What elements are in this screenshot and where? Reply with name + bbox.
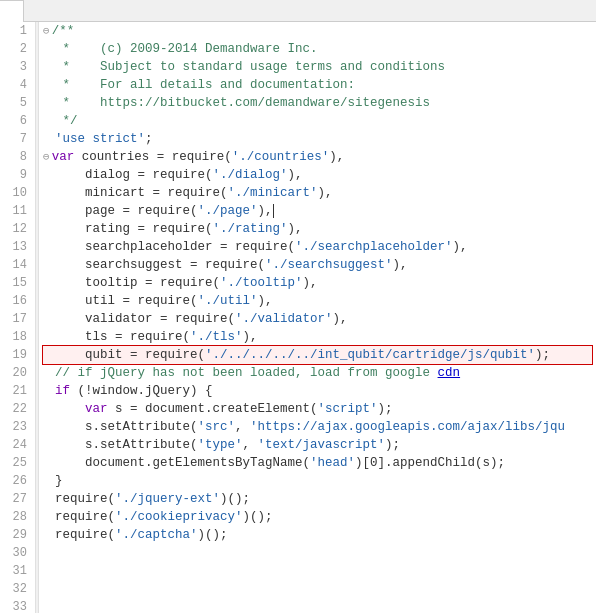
token-cdnlink: cdn (438, 364, 461, 382)
token-plain: validator = require( (55, 310, 235, 328)
line-number: 21 (4, 382, 27, 400)
line-number: 3 (4, 58, 27, 76)
token-plain: countries = require( (74, 148, 232, 166)
token-plain: rating = require( (55, 220, 213, 238)
token-comment: // if jQuery has not been loaded, load f… (55, 364, 438, 382)
token-plain: )(); (220, 490, 250, 508)
token-plain: searchsuggest = require( (55, 256, 265, 274)
line-number: 18 (4, 328, 27, 346)
token-plain: ), (393, 256, 408, 274)
line-number: 23 (4, 418, 27, 436)
token-plain: (!window.jQuery) { (70, 382, 213, 400)
token-plain: ), (258, 292, 273, 310)
token-str: './tls' (190, 328, 243, 346)
token-plain: ); (378, 400, 393, 418)
token-plain: s = document.createElement( (108, 400, 318, 418)
token-plain: require( (55, 490, 115, 508)
code-line: s.setAttribute('type', 'text/javascript'… (43, 436, 592, 454)
token-kw: if (55, 382, 70, 400)
token-plain: require( (55, 526, 115, 544)
code-line: page = require('./page'), (43, 202, 592, 220)
editor: 1234567891011121314151617181920212223242… (0, 0, 596, 613)
token-plain: )(); (243, 508, 273, 526)
code-line: var s = document.createElement('script')… (43, 400, 592, 418)
token-plain: ), (329, 148, 344, 166)
token-str: './searchplaceholder' (295, 238, 453, 256)
line-number: 15 (4, 274, 27, 292)
token-plain: ), (318, 184, 333, 202)
token-plain: ); (385, 436, 400, 454)
token-comment: */ (55, 112, 78, 130)
token-str: './searchsuggest' (265, 256, 393, 274)
line-number: 32 (4, 580, 27, 598)
code-area: 1234567891011121314151617181920212223242… (0, 22, 596, 613)
token-str: 'use strict' (55, 130, 145, 148)
code-line: qubit = require('./../../../../int_qubit… (43, 346, 592, 364)
token-plain: ; (145, 130, 153, 148)
code-line: } (43, 472, 592, 490)
token-str: 'https://ajax.googleapis.com/ajax/libs/j… (250, 418, 565, 436)
line-numbers: 1234567891011121314151617181920212223242… (0, 22, 36, 613)
code-line: */ (43, 112, 592, 130)
token-str: './validator' (235, 310, 333, 328)
token-plain: ), (258, 202, 273, 220)
code-line: rating = require('./rating'), (43, 220, 592, 238)
code-line: minicart = require('./minicart'), (43, 184, 592, 202)
token-plain: s.setAttribute( (55, 436, 198, 454)
token-str: './page' (198, 202, 258, 220)
line-number: 14 (4, 256, 27, 274)
token-kw: var (85, 400, 108, 418)
token-plain: require( (55, 508, 115, 526)
code-line: ⊖/** (43, 22, 592, 40)
line-number: 6 (4, 112, 27, 130)
token-plain: ), (288, 166, 303, 184)
line-number: 30 (4, 544, 27, 562)
token-plain: )(); (198, 526, 228, 544)
token-str: 'head' (310, 454, 355, 472)
token-plain: qubit = require( (55, 346, 205, 364)
line-number: 17 (4, 310, 27, 328)
token-str: './../../../../int_qubit/cartridge/js/qu… (205, 346, 535, 364)
code-line: searchsuggest = require('./searchsuggest… (43, 256, 592, 274)
line-number: 27 (4, 490, 27, 508)
tab-app-js[interactable] (0, 0, 24, 22)
code-line: s.setAttribute('src', 'https://ajax.goog… (43, 418, 592, 436)
line-number: 2 (4, 40, 27, 58)
code-content[interactable]: ⊖/** * (c) 2009-2014 Demandware Inc. * S… (39, 22, 596, 613)
token-str: 'script' (318, 400, 378, 418)
code-line: if (!window.jQuery) { (43, 382, 592, 400)
line-number: 10 (4, 184, 27, 202)
line-number: 20 (4, 364, 27, 382)
code-line: tls = require('./tls'), (43, 328, 592, 346)
line-number: 25 (4, 454, 27, 472)
token-plain: } (55, 472, 63, 490)
line-number: 19 (4, 346, 27, 364)
token-plain: ), (288, 220, 303, 238)
fold-marker[interactable]: ⊖ (43, 22, 50, 40)
line-number: 26 (4, 472, 27, 490)
line-number: 7 (4, 130, 27, 148)
code-line: 'use strict'; (43, 130, 592, 148)
token-str: './rating' (213, 220, 288, 238)
token-plain (55, 400, 85, 418)
code-line: * (c) 2009-2014 Demandware Inc. (43, 40, 592, 58)
code-line: tooltip = require('./tooltip'), (43, 274, 592, 292)
code-line: ⊖var countries = require('./countries'), (43, 148, 592, 166)
code-line: validator = require('./validator'), (43, 310, 592, 328)
token-comment: * (c) 2009-2014 Demandware Inc. (55, 40, 318, 58)
token-str: './cookieprivacy' (115, 508, 243, 526)
line-number: 5 (4, 94, 27, 112)
code-line: require('./captcha')(); (43, 526, 592, 544)
line-number: 9 (4, 166, 27, 184)
line-number: 22 (4, 400, 27, 418)
token-plain: dialog = require( (55, 166, 213, 184)
token-str: './jquery-ext' (115, 490, 220, 508)
token-plain: ), (303, 274, 318, 292)
fold-marker[interactable]: ⊖ (43, 148, 50, 166)
token-str: 'src' (198, 418, 236, 436)
token-str: 'text/javascript' (258, 436, 386, 454)
code-line: dialog = require('./dialog'), (43, 166, 592, 184)
line-number: 29 (4, 526, 27, 544)
token-str: './minicart' (228, 184, 318, 202)
token-str: './dialog' (213, 166, 288, 184)
